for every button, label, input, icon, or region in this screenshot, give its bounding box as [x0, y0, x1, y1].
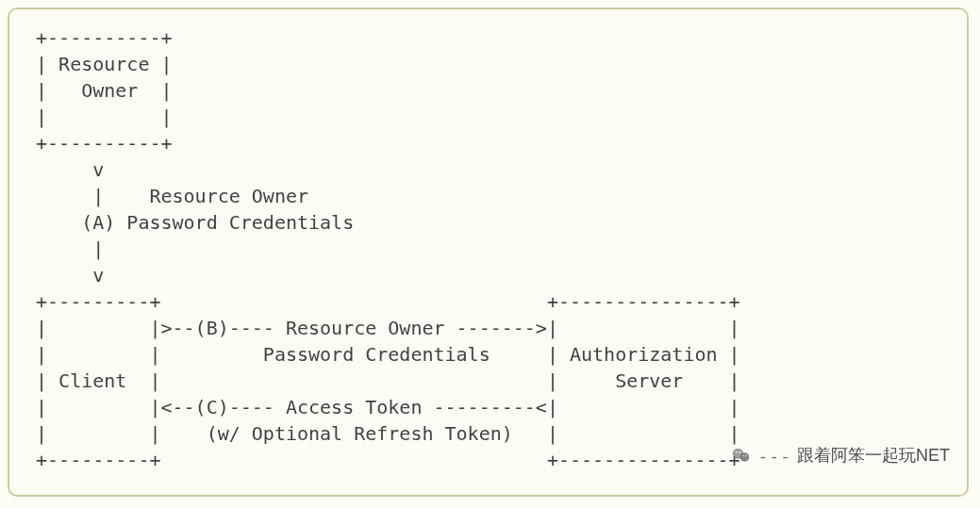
ascii-diagram: +----------+ | Resource | | Owner | | | … — [25, 25, 952, 473]
code-panel: +----------+ | Resource | | Owner | | | … — [8, 8, 969, 497]
